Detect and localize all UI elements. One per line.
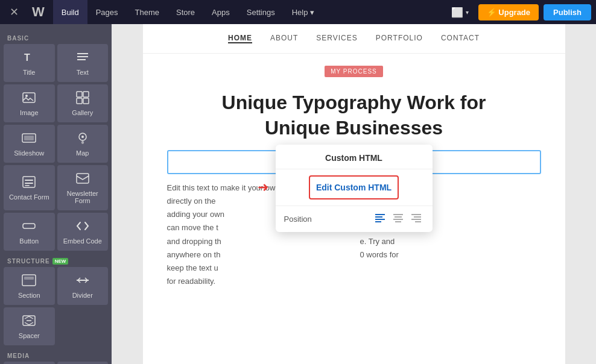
image-icon bbox=[22, 90, 36, 107]
svg-rect-31 bbox=[395, 216, 402, 218]
svg-text:T: T bbox=[24, 52, 30, 63]
widget-button-label: Button bbox=[19, 237, 39, 245]
slideshow-icon bbox=[22, 131, 36, 147]
svg-rect-2 bbox=[77, 56, 88, 57]
svg-rect-18 bbox=[77, 174, 89, 183]
canvas-scroll[interactable]: HOME ABOUT SERVICES PORTFOLIO CONTACT MY… bbox=[112, 24, 596, 364]
media-widgets: Video Flash Audio bbox=[4, 362, 108, 364]
widget-button[interactable]: Button bbox=[4, 213, 55, 251]
alignment-buttons bbox=[372, 212, 424, 226]
nav-help[interactable]: Help ▾ bbox=[284, 0, 323, 24]
svg-rect-34 bbox=[411, 214, 421, 215]
process-badge: MY PROCESS bbox=[325, 66, 383, 77]
device-icon: ⬜ bbox=[451, 7, 463, 18]
position-label: Position bbox=[284, 215, 366, 224]
svg-rect-17 bbox=[25, 185, 30, 186]
svg-rect-15 bbox=[25, 180, 33, 181]
nav-apps[interactable]: Apps bbox=[203, 0, 238, 24]
widget-map-label: Map bbox=[76, 149, 89, 157]
widget-flash[interactable]: Flash bbox=[57, 362, 109, 364]
site-nav-contact[interactable]: CONTACT bbox=[441, 34, 480, 43]
arrow-icon: ➜ bbox=[258, 180, 268, 195]
widget-slideshow[interactable]: Slideshow bbox=[4, 125, 55, 163]
widget-map[interactable]: Map bbox=[57, 125, 109, 163]
widget-spacer-label: Spacer bbox=[19, 332, 40, 339]
svg-rect-9 bbox=[83, 98, 89, 104]
gallery-icon bbox=[75, 90, 90, 107]
widget-title[interactable]: T Title bbox=[4, 44, 55, 82]
svg-rect-8 bbox=[77, 98, 82, 104]
logo: W bbox=[26, 4, 51, 20]
align-center-button[interactable] bbox=[390, 212, 406, 226]
contact-form-icon bbox=[22, 175, 36, 191]
widget-newsletter-form-label: Newsletter Form bbox=[60, 190, 106, 204]
site-nav-services[interactable]: SERVICES bbox=[316, 34, 357, 43]
widget-embed-code[interactable]: Embed Code bbox=[57, 213, 109, 251]
new-badge: NEW bbox=[52, 258, 69, 265]
canvas-area: HOME ABOUT SERVICES PORTFOLIO CONTACT MY… bbox=[112, 24, 596, 364]
structure-widgets: Section Divider Spacer bbox=[4, 267, 108, 345]
nav-theme[interactable]: Theme bbox=[127, 0, 168, 24]
svg-rect-27 bbox=[375, 216, 382, 218]
nav-store[interactable]: Store bbox=[168, 0, 203, 24]
widget-gallery[interactable]: Gallery bbox=[57, 84, 109, 122]
widget-contact-form-label: Contact Form bbox=[9, 193, 49, 201]
widget-gallery-label: Gallery bbox=[72, 109, 93, 116]
svg-rect-1 bbox=[77, 53, 88, 54]
svg-rect-20 bbox=[22, 275, 36, 286]
site-heading-area: MY PROCESS Unique Typography Work for Un… bbox=[167, 66, 541, 140]
align-right-button[interactable] bbox=[408, 212, 424, 226]
site-nav: HOME ABOUT SERVICES PORTFOLIO CONTACT bbox=[143, 24, 565, 54]
site-frame: HOME ABOUT SERVICES PORTFOLIO CONTACT MY… bbox=[143, 24, 565, 364]
svg-rect-29 bbox=[375, 221, 381, 222]
site-nav-portfolio[interactable]: PORTFOLIO bbox=[376, 34, 423, 43]
device-preview-button[interactable]: ⬜ ▾ bbox=[446, 4, 474, 20]
button-icon bbox=[22, 219, 36, 235]
upgrade-button[interactable]: ⚡ Upgrade bbox=[478, 4, 539, 20]
embed-code-icon bbox=[75, 219, 90, 235]
svg-point-13 bbox=[81, 136, 84, 138]
popup-title: Custom HTML bbox=[276, 145, 433, 169]
close-button[interactable]: ✕ bbox=[5, 3, 24, 21]
widget-divider[interactable]: Divider bbox=[57, 267, 109, 305]
edit-custom-html-button[interactable]: Edit Custom HTML bbox=[309, 175, 399, 199]
nav-build[interactable]: Build bbox=[53, 0, 87, 24]
map-icon bbox=[75, 131, 90, 147]
widget-embed-code-label: Embed Code bbox=[63, 237, 102, 245]
main-nav: Build Pages Theme Store Apps Settings He… bbox=[53, 0, 323, 24]
site-nav-home[interactable]: HOME bbox=[228, 34, 252, 43]
svg-rect-6 bbox=[77, 92, 82, 97]
site-nav-about[interactable]: ABOUT bbox=[270, 34, 298, 43]
widget-spacer[interactable]: Spacer bbox=[4, 307, 55, 345]
widget-text-label: Text bbox=[77, 69, 89, 76]
widget-section[interactable]: Section bbox=[4, 267, 55, 305]
widget-video[interactable]: Video bbox=[4, 362, 55, 364]
basic-widgets: T Title Text Image Gallery bbox=[4, 44, 108, 251]
widget-newsletter-form[interactable]: Newsletter Form bbox=[57, 165, 109, 210]
site-heading: Unique Typography Work for Unique Busine… bbox=[167, 90, 541, 140]
chevron-down-icon: ▾ bbox=[466, 9, 469, 16]
align-left-button[interactable] bbox=[372, 212, 388, 226]
left-sidebar: BASIC T Title Text Image bbox=[0, 24, 112, 364]
svg-rect-37 bbox=[415, 221, 421, 222]
svg-rect-26 bbox=[375, 214, 385, 215]
widget-contact-form[interactable]: Contact Form bbox=[4, 165, 55, 210]
widget-divider-label: Divider bbox=[72, 292, 93, 299]
newsletter-form-icon bbox=[75, 171, 90, 187]
widget-image[interactable]: Image bbox=[4, 84, 55, 122]
widget-text[interactable]: Text bbox=[57, 44, 109, 82]
section-icon bbox=[22, 273, 36, 289]
svg-rect-11 bbox=[24, 136, 34, 140]
svg-rect-19 bbox=[23, 224, 35, 228]
publish-button[interactable]: Publish bbox=[544, 4, 591, 20]
svg-rect-16 bbox=[25, 183, 33, 184]
text-icon bbox=[75, 50, 90, 66]
svg-rect-3 bbox=[77, 59, 86, 60]
svg-rect-7 bbox=[83, 92, 89, 97]
svg-rect-35 bbox=[414, 216, 421, 218]
main-layout: BASIC T Title Text Image bbox=[0, 24, 596, 364]
section-label-structure: STRUCTURE NEW bbox=[4, 253, 108, 267]
nav-settings[interactable]: Settings bbox=[238, 0, 284, 24]
nav-pages[interactable]: Pages bbox=[87, 0, 127, 24]
custom-html-popup: Custom HTML ➜ Edit Custom HTML Position bbox=[276, 145, 433, 232]
